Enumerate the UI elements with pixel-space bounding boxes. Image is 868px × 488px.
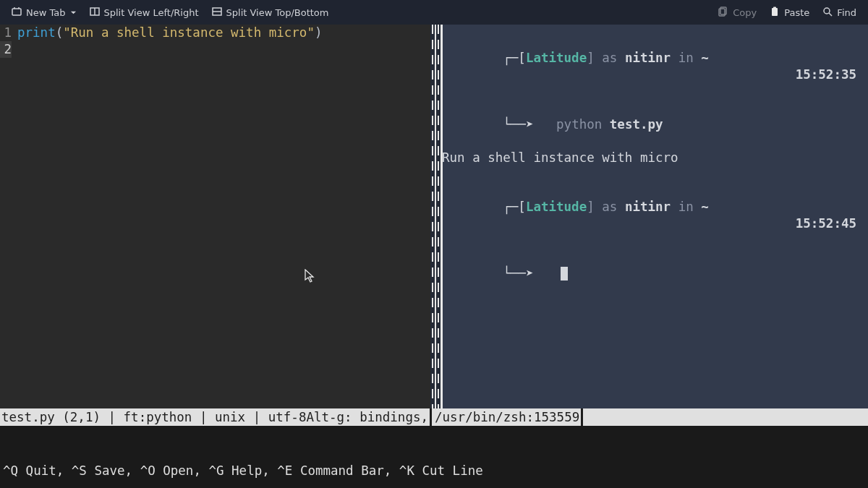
copy-icon xyxy=(718,7,728,19)
prompt-host: Latitude xyxy=(526,200,587,214)
editor-pane[interactable]: 1 2 print("Run a shell instance with mic… xyxy=(0,25,430,408)
code-area[interactable]: print("Run a shell instance with micro") xyxy=(14,25,322,408)
paste-icon xyxy=(770,7,780,19)
terminal-block: ┌─[Latitude] as nitinr in ~ 15:52:45 └──… xyxy=(442,182,864,299)
prompt-as: ] as xyxy=(587,51,625,65)
svg-rect-8 xyxy=(773,7,776,9)
prompt-as: ] as xyxy=(587,200,625,214)
copy-button[interactable]: Copy xyxy=(714,4,761,21)
find-label: Find xyxy=(837,7,856,18)
terminal-pane[interactable]: ┌─[Latitude] as nitinr in ~ 15:52:35 └──… xyxy=(441,25,868,408)
help-line: ^Q Quit, ^S Save, ^O Open, ^G Help, ^E C… xyxy=(3,462,865,479)
terminal-left-border xyxy=(441,25,443,408)
split-tb-label: Split View Top/Bottom xyxy=(226,7,329,18)
prompt-path: ~ xyxy=(701,51,709,65)
new-tab-button[interactable]: New Tab xyxy=(7,4,81,21)
new-tab-icon xyxy=(12,7,22,19)
command-exec: python xyxy=(556,117,610,132)
split-left-right-button[interactable]: Split View Left/Right xyxy=(85,4,203,21)
prompt-time: 15:52:35 xyxy=(796,67,856,83)
svg-rect-7 xyxy=(772,8,778,16)
code-token-func: print xyxy=(17,25,56,40)
prompt-host: Latitude xyxy=(526,51,587,65)
prompt-in: in xyxy=(671,51,701,65)
svg-rect-0 xyxy=(12,9,21,15)
line-number: 1 xyxy=(0,25,12,41)
status-right: /usr/bin/zsh:153559 xyxy=(430,408,583,426)
chevron-down-icon xyxy=(70,7,77,18)
prompt-bracket: ┌─[ xyxy=(503,51,526,65)
prompt-path: ~ xyxy=(701,200,709,214)
find-button[interactable]: Find xyxy=(818,4,861,21)
command-output: Run a shell instance with micro xyxy=(442,150,864,166)
split-view: 1 2 print("Run a shell instance with mic… xyxy=(0,25,868,408)
prompt-arrow: └──➤ xyxy=(503,117,556,132)
code-token-punc: ) xyxy=(315,25,323,40)
split-lr-icon xyxy=(90,7,100,19)
new-tab-label: New Tab xyxy=(26,7,66,18)
paste-button[interactable]: Paste xyxy=(765,4,814,21)
code-token-punc: ( xyxy=(56,25,64,40)
copy-label: Copy xyxy=(733,7,757,18)
prompt-user: nitinr xyxy=(625,200,671,214)
split-top-bottom-button[interactable]: Split View Top/Bottom xyxy=(208,4,333,21)
split-tb-icon xyxy=(212,7,222,19)
code-token-string: "Run a shell instance with micro" xyxy=(63,25,315,40)
svg-line-10 xyxy=(829,13,832,16)
status-left: test.py (2,1) | ft:python | unix | utf-8… xyxy=(0,408,430,426)
terminal-cursor xyxy=(561,267,568,281)
keybindings-help: ^Q Quit, ^S Save, ^O Open, ^G Help, ^E C… xyxy=(0,426,868,488)
command-arg: test.py xyxy=(610,117,663,132)
window-titlebar: New Tab Split View Left/Right Split View… xyxy=(0,0,868,25)
search-icon xyxy=(822,7,833,19)
line-number: 2 xyxy=(0,41,12,58)
prompt-bracket: ┌─[ xyxy=(503,200,526,214)
terminal-block: ┌─[Latitude] as nitinr in ~ 15:52:35 └──… xyxy=(442,33,864,166)
prompt-user: nitinr xyxy=(625,51,671,65)
paste-label: Paste xyxy=(784,7,809,18)
split-lr-label: Split View Left/Right xyxy=(104,7,199,18)
status-bar: test.py (2,1) | ft:python | unix | utf-8… xyxy=(0,408,868,426)
prompt-arrow: └──➤ xyxy=(503,266,556,281)
pane-divider[interactable] xyxy=(430,25,441,408)
prompt-time: 15:52:45 xyxy=(796,215,856,232)
prompt-in: in xyxy=(671,200,701,214)
line-number-gutter: 1 2 xyxy=(0,25,14,408)
svg-point-9 xyxy=(824,8,830,14)
